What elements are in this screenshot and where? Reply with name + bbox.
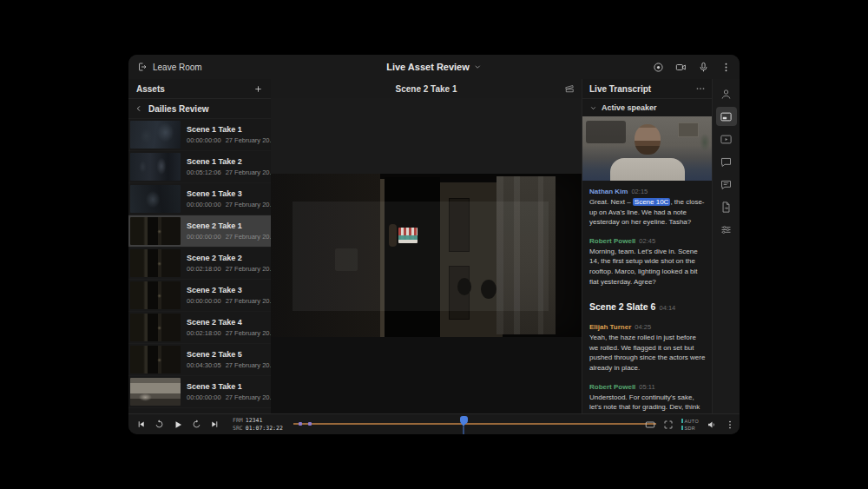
transcript-entry: Elijah Turner04:25Yeah, the haze rolled … [589, 323, 706, 373]
asset-subtitle: 00:00:00:0027 February 20... [187, 136, 267, 144]
asset-item[interactable]: Scene 2 Take 100:00:00:0027 February 20.… [128, 215, 271, 248]
playhead[interactable] [460, 416, 468, 424]
asset-item[interactable]: Scene 2 Take 300:00:00:0027 February 20.… [128, 280, 271, 312]
more-horizontal-icon[interactable] [695, 83, 706, 94]
rail-video-feed-panel-icon[interactable] [716, 129, 737, 149]
asset-meta: Scene 2 Take 200:02:18:0027 February 20.… [187, 254, 267, 273]
asset-subtitle: 00:02:18:0027 February 20... [187, 329, 267, 337]
record-icon[interactable] [653, 62, 664, 73]
asset-meta: Scene 2 Take 400:02:18:0027 February 20.… [187, 318, 267, 337]
assets-panel-header: Assets [128, 79, 271, 99]
transcript-entry-header: Elijah Turner04:25 [589, 323, 706, 331]
session-title-menu[interactable]: Live Asset Review [386, 55, 482, 79]
timeline-marker[interactable] [308, 422, 312, 426]
asset-item[interactable]: Scene 2 Take 400:02:18:0027 February 20.… [128, 312, 271, 344]
asset-item[interactable]: Scene 2 Take 200:02:18:0027 February 20.… [128, 248, 271, 280]
asset-timecode: 00:02:18:00 [187, 265, 221, 273]
skip-end-icon[interactable] [210, 420, 220, 429]
skip-start-icon[interactable] [136, 420, 146, 429]
clip-title: Scene 2 Take 1 [396, 84, 457, 94]
highlighted-term[interactable]: Scene 10C [633, 198, 671, 206]
asset-item[interactable]: Scene 2 Take 500:04:30:0527 February 20.… [128, 344, 271, 376]
asset-thumbnail [130, 153, 181, 181]
transcript-entry-header: Nathan Kim02:15 [589, 188, 706, 195]
quality-accent-bar [681, 426, 683, 430]
asset-item[interactable]: Scene 1 Take 300:00:00:0027 February 20.… [128, 183, 271, 215]
asset-item[interactable]: Scene 3 Take 100:00:00:0027 February 20.… [128, 376, 271, 408]
entry-time: 04:25 [635, 323, 651, 331]
player-panel: Scene 2 Take 1 [271, 79, 582, 414]
asset-date: 27 February 20... [226, 169, 275, 176]
asset-date: 27 February 20... [226, 233, 275, 241]
entry-text: Understood. For continuity's sake, let's… [589, 393, 706, 414]
asset-title: Scene 2 Take 2 [187, 254, 267, 262]
active-speaker-toggle[interactable]: Active speaker [582, 99, 713, 116]
topbar-actions [653, 55, 732, 79]
quality-selector[interactable]: AUTO SDR [681, 419, 699, 431]
asset-timecode: 00:00:00:00 [187, 201, 221, 208]
asset-title: Scene 1 Take 1 [187, 125, 267, 134]
asset-meta: Scene 2 Take 300:00:00:0027 February 20.… [187, 286, 267, 305]
asset-item[interactable]: Scene 1 Take 100:00:00:0027 February 20.… [128, 119, 271, 151]
scene-heading-time: 04:14 [659, 304, 675, 312]
transcript-scene-heading: Scene 2 Slate 604:14 [589, 298, 706, 314]
asset-subtitle: 00:04:30:0527 February 20... [187, 361, 267, 369]
transcript-scroll[interactable]: Nathan Kim02:15Great. Next – Scene 10C, … [582, 180, 713, 414]
transcript-entry: Robert Powell05:11Understood. For contin… [589, 383, 706, 414]
asset-title: Scene 2 Take 1 [187, 221, 267, 230]
transcript-entry-header: Robert Powell05:11 [589, 383, 706, 391]
asset-meta: Scene 3 Take 100:00:00:0027 February 20.… [187, 382, 267, 401]
asset-date: 27 February 20... [226, 393, 275, 401]
folder-label: Dailies Review [148, 104, 208, 114]
add-asset-button[interactable] [253, 84, 263, 94]
rail-active-speaker-panel-icon[interactable] [716, 107, 737, 126]
camera-icon[interactable] [675, 62, 687, 73]
leave-room-button[interactable]: Leave Room [137, 55, 202, 79]
volume-icon[interactable] [707, 420, 717, 430]
asset-timecode: 00:00:00:00 [187, 136, 221, 144]
active-speaker-video [582, 116, 713, 181]
forward-icon[interactable] [192, 420, 201, 429]
folder-back-row[interactable]: Dailies Review [128, 99, 271, 119]
mic-icon[interactable] [698, 62, 709, 73]
slate-icon[interactable] [564, 83, 575, 94]
rail-transcript-chat-icon[interactable] [716, 175, 737, 194]
asset-title: Scene 1 Take 2 [187, 157, 267, 166]
asset-title: Scene 3 Take 1 [187, 382, 267, 391]
rail-export-notes-icon[interactable] [716, 197, 737, 216]
transcript-entry: Nathan Kim02:15Great. Next – Scene 10C, … [589, 188, 706, 228]
video-frame [271, 174, 582, 337]
timeline-scrubber[interactable] [293, 423, 656, 425]
speaker-name: Nathan Kim [589, 188, 628, 195]
asset-meta: Scene 1 Take 300:00:00:0027 February 20.… [187, 189, 267, 208]
asset-item[interactable]: Scene 1 Take 200:05:12:0627 February 20.… [128, 151, 271, 183]
leave-room-label: Leave Room [153, 63, 202, 72]
entry-text: Yeah, the haze rolled in just before we … [589, 333, 706, 373]
asset-subtitle: 00:00:00:0027 February 20... [187, 201, 267, 208]
more-vertical-icon[interactable] [725, 420, 735, 430]
replay-icon[interactable] [155, 420, 164, 429]
play-icon[interactable] [173, 420, 183, 430]
asset-date: 27 February 20... [226, 265, 275, 273]
speaker-name: Robert Powell [589, 383, 635, 391]
asset-title: Scene 2 Take 4 [187, 318, 267, 327]
asset-list: Scene 1 Take 100:00:00:0027 February 20.… [128, 119, 271, 408]
asset-timecode: 00:02:18:00 [187, 329, 221, 337]
more-vertical-icon[interactable] [720, 62, 732, 73]
asset-date: 27 February 20... [226, 329, 275, 337]
fullscreen-icon[interactable] [663, 420, 674, 430]
rail-mixer-lines-icon[interactable] [716, 220, 737, 239]
asset-date: 27 February 20... [226, 136, 275, 144]
asset-title: Scene 2 Take 5 [187, 350, 267, 359]
app-window: Leave Room Live Asset Review Assets Dail… [128, 55, 740, 434]
video-stage[interactable] [271, 98, 582, 414]
assets-panel-title: Assets [136, 84, 165, 94]
transcript-entry-header: Robert Powell02:45 [589, 237, 706, 245]
pip-icon[interactable] [645, 420, 655, 430]
video-background-shelf [586, 121, 626, 143]
rail-participants-icon[interactable] [716, 84, 737, 103]
video-background-frame [678, 122, 699, 137]
rail-chat-icon[interactable] [716, 152, 737, 171]
timeline-marker[interactable] [299, 422, 302, 426]
asset-thumbnail [130, 378, 181, 406]
